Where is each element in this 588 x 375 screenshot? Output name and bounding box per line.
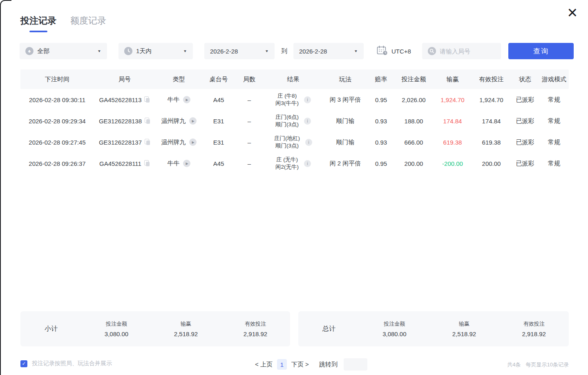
cell-round-id: GA4526228111 — [94, 160, 155, 167]
cell-play: 顺门输 — [323, 138, 368, 146]
copy-icon[interactable] — [145, 139, 150, 145]
table-row: 2026-02-28 09:30:11 GA4526228113 牛牛 ▶ A4… — [20, 89, 569, 110]
cell-valid-bet: 200.00 — [472, 160, 511, 167]
total-bet: 投注金额 3,080.00 — [360, 320, 429, 337]
chevron-down-icon: ▼ — [265, 49, 269, 53]
header-status: 状态 — [511, 76, 539, 83]
info-icon[interactable]: i — [304, 160, 311, 167]
cell-win-loss: 619.38 — [433, 139, 472, 146]
tab-quota-records-label: 额度记录 — [70, 16, 106, 26]
cell-table-no: E31 — [202, 118, 235, 125]
merge-checkbox[interactable]: ✓ — [20, 360, 27, 367]
tab-bar: 投注记录 额度记录 — [20, 15, 106, 32]
play-video-icon[interactable]: ▶ — [189, 138, 197, 146]
cell-game-mode: 常规 — [539, 96, 569, 104]
copy-icon[interactable] — [144, 96, 150, 103]
jump-to-label: 跳转到 — [319, 361, 338, 368]
table-body: 2026-02-28 09:30:11 GA4526228113 牛牛 ▶ A4… — [20, 89, 569, 174]
date-to-value: 2026-2-28 — [299, 48, 327, 55]
date-to-label: 到 — [281, 47, 287, 55]
cell-table-no: A45 — [202, 160, 235, 167]
table-header-row: 下注时间 局号 类型 桌台号 局数 结果 玩法 赔率 投注金额 输赢 有效投注 … — [20, 69, 569, 89]
cell-round-id: GA4526228113 — [94, 96, 155, 103]
cell-win-loss: -200.00 — [433, 160, 472, 167]
cell-status: 已派彩 — [511, 96, 539, 104]
table-row: 2026-02-28 09:27:45 GE3126228137 温州牌九 ▶ … — [20, 132, 569, 153]
cell-bet-amount: 200.00 — [394, 160, 433, 167]
total-label: 总计 — [298, 325, 360, 333]
date-from-picker[interactable]: 2026-2-28 ▼ — [204, 43, 275, 59]
record-count-info: 共4条 每页显示10条记录 — [507, 361, 569, 368]
filter-bar: ♠ 全部 ▼ 1天内 ▼ 2026-2-28 ▼ 到 2026-2-28 ▼ — [20, 43, 574, 59]
subtotal-bet: 投注金额 3,080.00 — [82, 320, 151, 337]
time-range-value: 1天内 — [136, 47, 152, 55]
subtotal-card: 小计 投注金额 3,080.00 输赢 2,518.92 有效投注 2,918.… — [20, 311, 290, 346]
cell-round-count: – — [235, 96, 264, 103]
date-from-value: 2026-2-28 — [210, 48, 238, 55]
current-page[interactable]: 1 — [277, 359, 287, 370]
cell-bet-time: 2026-02-28 09:30:11 — [20, 96, 94, 103]
cell-bet-time: 2026-02-28 09:29:34 — [20, 118, 94, 125]
cell-game-mode: 常规 — [539, 160, 569, 167]
cell-result: 庄 (无牛) 闲2(无牛) i — [264, 156, 323, 171]
subtotal-valid: 有效投注 2,918.92 — [221, 320, 290, 337]
timezone-selector[interactable]: UTC+8 — [377, 45, 411, 57]
header-play: 玩法 — [323, 76, 368, 83]
cell-odds: 0.93 — [368, 139, 394, 146]
cell-play: 顺门输 — [323, 117, 368, 125]
bet-records-table: 下注时间 局号 类型 桌台号 局数 结果 玩法 赔率 投注金额 输赢 有效投注 … — [20, 69, 569, 174]
cell-play: 闲 2 闲平倍 — [323, 160, 368, 167]
search-icon — [428, 47, 436, 55]
cell-result: 庄门(6点) 顺门(3点) i — [264, 114, 323, 128]
header-win-loss: 输赢 — [433, 76, 472, 83]
round-search-container — [422, 43, 501, 59]
tab-quota-records[interactable]: 额度记录 — [70, 15, 106, 32]
cell-result: 庄门(地杠) 顺门(3点) i — [264, 135, 323, 150]
query-button[interactable]: 查询 — [508, 43, 574, 59]
cell-round-count: – — [235, 118, 264, 125]
table-row: 2026-02-28 09:26:37 GA4526228111 牛牛 ▶ A4… — [20, 153, 569, 174]
game-type-dropdown[interactable]: ♠ 全部 ▼ — [20, 43, 107, 59]
info-icon[interactable]: i — [304, 118, 311, 125]
cell-valid-bet: 1,924.70 — [472, 96, 511, 103]
chevron-down-icon: ▼ — [354, 49, 358, 53]
jump-to-input[interactable] — [344, 358, 367, 371]
total-valid: 有效投注 2,918.92 — [499, 320, 569, 337]
chevron-down-icon: ▼ — [97, 49, 101, 53]
cell-bet-amount: 2,026.00 — [394, 96, 433, 103]
header-table-no: 桌台号 — [202, 76, 235, 83]
cell-game-type: 牛牛 ▶ — [155, 96, 202, 104]
play-video-icon[interactable]: ▶ — [189, 117, 197, 125]
cell-table-no: E31 — [202, 139, 235, 146]
info-icon[interactable]: i — [305, 139, 312, 146]
cell-odds: 0.93 — [368, 118, 394, 125]
cell-status: 已派彩 — [511, 160, 539, 167]
copy-icon[interactable] — [144, 160, 150, 167]
play-video-icon[interactable]: ▶ — [183, 160, 190, 167]
round-search-input[interactable] — [440, 48, 493, 55]
cell-win-loss: 1,924.70 — [433, 96, 472, 103]
tab-bet-records[interactable]: 投注记录 — [20, 15, 56, 32]
date-to-picker[interactable]: 2026-2-28 ▼ — [293, 43, 364, 59]
merge-checkbox-label: 投注记录按照局、玩法合并展示 — [32, 360, 112, 367]
cell-table-no: A45 — [202, 96, 235, 103]
close-icon[interactable]: × — [567, 4, 577, 21]
next-page-button[interactable]: 下页 > — [291, 361, 309, 368]
prev-page-button[interactable]: < 上页 — [255, 361, 273, 368]
cell-bet-amount: 666.00 — [394, 139, 433, 146]
total-win: 输赢 2,518.92 — [429, 320, 499, 337]
cell-bet-time: 2026-02-28 09:27:45 — [20, 139, 94, 146]
header-round-id: 局号 — [94, 76, 155, 83]
play-video-icon[interactable]: ▶ — [183, 96, 190, 103]
subtotal-label: 小计 — [20, 325, 82, 333]
cell-valid-bet: 174.84 — [472, 118, 511, 125]
header-bet-amount: 投注金额 — [394, 76, 433, 83]
info-icon[interactable]: i — [304, 96, 311, 103]
table-row: 2026-02-28 09:29:34 GE3126228138 温州牌九 ▶ … — [20, 110, 569, 132]
copy-icon[interactable] — [145, 118, 150, 124]
pagination: < 上页 1 下页 > 跳转到 — [255, 358, 367, 371]
time-range-dropdown[interactable]: 1天内 ▼ — [118, 43, 193, 59]
header-bet-time: 下注时间 — [20, 76, 94, 83]
cell-round-id: GE3126228138 — [94, 118, 155, 125]
cell-play: 闲 3 闲平倍 — [323, 96, 368, 104]
